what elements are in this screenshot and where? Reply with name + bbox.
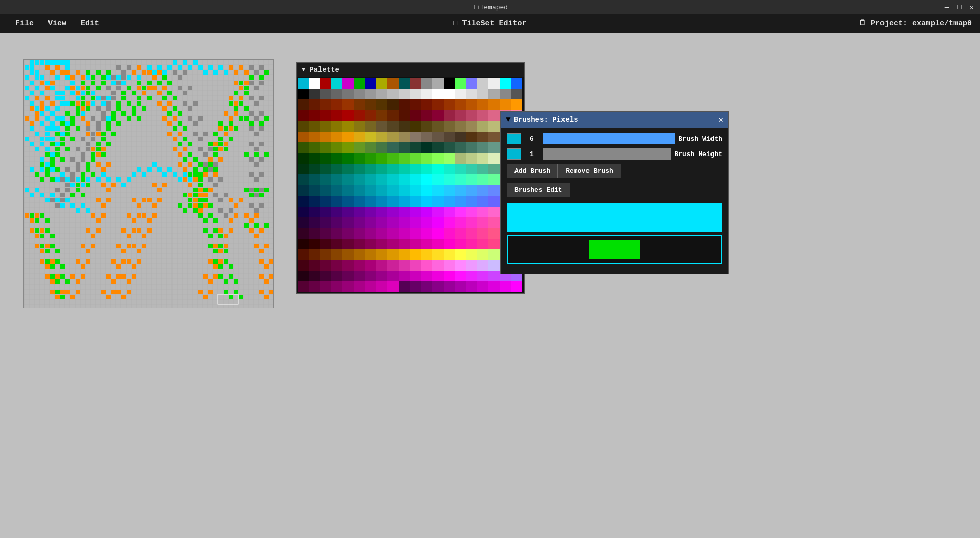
color-swatch-277[interactable] (488, 217, 500, 228)
color-swatch-230[interactable] (410, 196, 421, 207)
color-swatch-155[interactable] (466, 153, 477, 164)
color-swatch-310[interactable] (410, 239, 421, 249)
color-swatch-281[interactable] (309, 228, 320, 239)
color-swatch-11[interactable] (421, 78, 432, 89)
color-swatch-148[interactable] (387, 153, 399, 164)
color-swatch-221[interactable] (309, 196, 320, 207)
color-swatch-82[interactable] (320, 121, 331, 132)
color-swatch-317[interactable] (488, 239, 500, 249)
color-swatch-2[interactable] (320, 78, 331, 89)
color-swatch-399[interactable] (511, 281, 522, 292)
color-swatch-21[interactable] (309, 89, 320, 99)
color-swatch-207[interactable] (376, 185, 387, 196)
color-swatch-50[interactable] (410, 99, 421, 110)
color-swatch-176[interactable] (477, 164, 488, 174)
color-swatch-34[interactable] (455, 89, 466, 99)
pixel-canvas-container[interactable] (23, 59, 274, 308)
color-swatch-182[interactable] (320, 174, 331, 185)
color-swatch-90[interactable] (410, 121, 421, 132)
color-swatch-250[interactable] (410, 207, 421, 217)
color-swatch-220[interactable] (298, 196, 309, 207)
color-swatch-333[interactable] (444, 249, 455, 260)
color-swatch-0[interactable] (298, 78, 309, 89)
color-swatch-251[interactable] (421, 207, 432, 217)
color-swatch-72[interactable] (432, 110, 444, 121)
color-swatch-337[interactable] (488, 249, 500, 260)
color-swatch-200[interactable] (298, 185, 309, 196)
color-swatch-335[interactable] (466, 249, 477, 260)
color-swatch-170[interactable] (410, 164, 421, 174)
color-swatch-109[interactable] (399, 132, 410, 142)
color-swatch-352[interactable] (432, 260, 444, 271)
color-swatch-202[interactable] (320, 185, 331, 196)
color-swatch-27[interactable] (376, 89, 387, 99)
color-swatch-365[interactable] (354, 271, 365, 281)
color-swatch-353[interactable] (444, 260, 455, 271)
color-swatch-270[interactable] (410, 217, 421, 228)
color-swatch-341[interactable] (309, 260, 320, 271)
color-swatch-105[interactable] (354, 132, 365, 142)
color-swatch-142[interactable] (320, 153, 331, 164)
color-swatch-38[interactable] (500, 89, 511, 99)
color-swatch-44[interactable] (342, 99, 354, 110)
color-swatch-289[interactable] (399, 228, 410, 239)
pixel-art-canvas[interactable] (24, 60, 274, 308)
color-swatch-191[interactable] (421, 174, 432, 185)
color-swatch-232[interactable] (432, 196, 444, 207)
color-swatch-217[interactable] (488, 185, 500, 196)
color-swatch-301[interactable] (309, 239, 320, 249)
color-swatch-276[interactable] (477, 217, 488, 228)
color-swatch-91[interactable] (421, 121, 432, 132)
color-swatch-97[interactable] (488, 121, 500, 132)
color-swatch-350[interactable] (410, 260, 421, 271)
color-swatch-23[interactable] (331, 89, 342, 99)
color-swatch-215[interactable] (466, 185, 477, 196)
color-swatch-187[interactable] (376, 174, 387, 185)
color-swatch-208[interactable] (387, 185, 399, 196)
color-swatch-332[interactable] (432, 249, 444, 260)
color-swatch-41[interactable] (309, 99, 320, 110)
color-swatch-113[interactable] (444, 132, 455, 142)
color-swatch-371[interactable] (421, 271, 432, 281)
color-swatch-83[interactable] (331, 121, 342, 132)
color-swatch-260[interactable] (298, 217, 309, 228)
color-swatch-186[interactable] (365, 174, 376, 185)
palette-header[interactable]: ▼ Palette (297, 63, 524, 77)
color-swatch-146[interactable] (365, 153, 376, 164)
minimize-button[interactable]: — (945, 3, 949, 12)
color-swatch-117[interactable] (488, 132, 500, 142)
color-swatch-131[interactable] (421, 142, 432, 153)
color-swatch-363[interactable] (331, 271, 342, 281)
color-swatch-3[interactable] (331, 78, 342, 89)
color-swatch-154[interactable] (455, 153, 466, 164)
color-swatch-147[interactable] (376, 153, 387, 164)
color-swatch-190[interactable] (410, 174, 421, 185)
color-swatch-24[interactable] (342, 89, 354, 99)
maximize-button[interactable]: □ (957, 3, 961, 12)
brush-width-slider[interactable] (543, 133, 675, 144)
color-swatch-263[interactable] (331, 217, 342, 228)
color-swatch-184[interactable] (342, 174, 354, 185)
color-swatch-96[interactable] (477, 121, 488, 132)
color-swatch-246[interactable] (365, 207, 376, 217)
color-swatch-185[interactable] (354, 174, 365, 185)
menu-view[interactable]: View (41, 16, 74, 31)
color-swatch-75[interactable] (466, 110, 477, 121)
color-swatch-130[interactable] (410, 142, 421, 153)
color-swatch-160[interactable] (298, 164, 309, 174)
color-swatch-302[interactable] (320, 239, 331, 249)
color-swatch-261[interactable] (309, 217, 320, 228)
color-swatch-211[interactable] (421, 185, 432, 196)
color-swatch-388[interactable] (387, 281, 399, 292)
color-swatch-183[interactable] (331, 174, 342, 185)
color-swatch-174[interactable] (455, 164, 466, 174)
color-swatch-308[interactable] (387, 239, 399, 249)
color-swatch-347[interactable] (376, 260, 387, 271)
color-swatch-144[interactable] (342, 153, 354, 164)
color-swatch-26[interactable] (365, 89, 376, 99)
color-swatch-247[interactable] (376, 207, 387, 217)
color-swatch-209[interactable] (399, 185, 410, 196)
color-swatch-322[interactable] (320, 249, 331, 260)
color-swatch-356[interactable] (477, 260, 488, 271)
color-swatch-54[interactable] (455, 99, 466, 110)
